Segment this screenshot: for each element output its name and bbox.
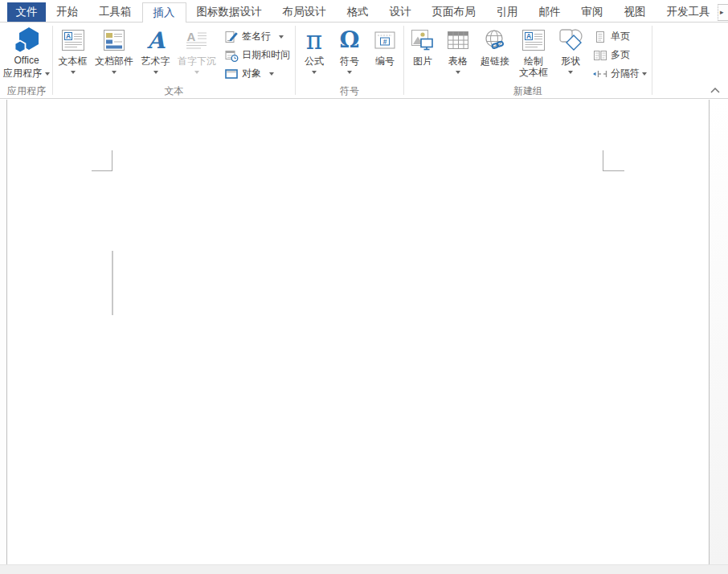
symbol-omega-icon: Ω	[340, 27, 360, 53]
office-apps-label-line1: Office	[14, 55, 39, 66]
margin-crop-mark-topleft	[92, 170, 112, 171]
wordart-icon: A	[145, 27, 167, 53]
numbering-button[interactable]: # 编号	[367, 26, 403, 85]
draw-textbox-button[interactable]: A 绘制 文本框	[514, 26, 553, 85]
ribbon-group-symbols: π 公式 Ω 符号 #	[297, 23, 403, 98]
ribbon-group-new: 图片 表格	[405, 23, 651, 98]
tab-references[interactable]: 引用	[486, 2, 529, 22]
text-cursor	[112, 251, 113, 315]
dropdown-arrow-icon	[112, 71, 117, 74]
scrollbar-track[interactable]	[710, 100, 728, 564]
hyperlink-icon	[483, 27, 507, 53]
chevron-up-icon	[710, 88, 720, 93]
textbox-icon: A	[61, 27, 85, 53]
signature-line-icon	[224, 31, 239, 43]
dropcap-icon: A	[185, 27, 209, 53]
dropdown-arrow-icon	[71, 71, 76, 74]
ribbon-group-text: A 文本框	[54, 23, 294, 98]
dropdown-arrow-icon	[642, 72, 647, 76]
quickparts-button[interactable]: 文档部件	[92, 26, 137, 85]
hyperlink-button[interactable]: 超链接	[476, 26, 514, 85]
numbering-icon: #	[374, 27, 396, 53]
table-icon	[447, 27, 469, 53]
group-separator	[652, 26, 652, 95]
tab-icon-data-design[interactable]: 图标数据设计	[186, 2, 272, 22]
group-label-text: 文本	[54, 85, 294, 98]
single-page-icon	[593, 31, 607, 43]
object-icon	[224, 68, 239, 80]
equation-pi-icon: π	[306, 27, 322, 53]
tab-page-layout[interactable]: 页面布局	[422, 2, 486, 22]
ribbon-tab-bar: 文件 开始 工具箱 插入 图标数据设计 布局设计 格式 设计 页面布局 引用 邮…	[0, 0, 728, 23]
multi-page-button[interactable]: 多页	[593, 48, 647, 62]
document-left-margin-strip	[0, 100, 6, 564]
draw-textbox-icon: A	[521, 27, 546, 53]
group-separator	[403, 26, 404, 95]
shapes-icon	[558, 27, 583, 53]
date-time-icon	[224, 49, 239, 62]
dropdown-arrow-icon	[279, 35, 284, 39]
table-button[interactable]: 表格	[440, 26, 476, 85]
signature-line-button[interactable]: 签名行	[224, 30, 290, 43]
svg-text:#: #	[383, 38, 387, 46]
picture-icon	[411, 27, 435, 53]
dropdown-arrow-icon	[153, 71, 158, 74]
office-apps-icon	[12, 27, 41, 53]
ribbon-group-apps: Office 应用程序 应用程序	[2, 23, 51, 98]
office-apps-button[interactable]: Office 应用程序	[2, 26, 51, 85]
shapes-button[interactable]: 形状	[553, 26, 588, 85]
margin-crop-mark-topright	[603, 150, 603, 170]
group-label-symbols: 符号	[297, 85, 403, 98]
tab-home[interactable]: 开始	[46, 2, 88, 22]
group-separator	[52, 26, 53, 95]
tab-file[interactable]: 文件	[7, 2, 46, 22]
dropdown-arrow-icon	[45, 72, 50, 76]
dropdown-arrow-icon	[347, 71, 352, 74]
date-time-button[interactable]: 日期和时间	[224, 48, 290, 62]
symbol-button[interactable]: Ω 符号	[332, 26, 367, 85]
object-button[interactable]: 对象	[224, 67, 290, 80]
tab-insert[interactable]: 插入	[142, 2, 186, 23]
tab-toolbox[interactable]: 工具箱	[88, 2, 142, 22]
quickparts-icon	[103, 27, 125, 53]
tab-layout-design[interactable]: 布局设计	[272, 2, 337, 22]
picture-button[interactable]: 图片	[405, 26, 440, 85]
right-arrow-icon: ▸	[718, 9, 724, 16]
dropdown-arrow-icon	[312, 71, 317, 74]
dropdown-arrow-icon	[269, 72, 274, 76]
collapse-ribbon-button[interactable]	[709, 85, 722, 95]
margin-crop-mark-topright	[603, 170, 624, 171]
group-label-new: 新建组	[405, 85, 651, 98]
svg-text:A: A	[65, 32, 70, 40]
tab-design[interactable]: 设计	[379, 2, 422, 22]
tab-format[interactable]: 格式	[337, 2, 379, 22]
dropdown-arrow-icon	[456, 71, 460, 74]
page-break-icon	[593, 68, 607, 80]
equation-button[interactable]: π 公式	[297, 26, 332, 85]
tab-mailings[interactable]: 邮件	[529, 2, 571, 22]
single-page-button[interactable]: 单页	[593, 30, 647, 43]
dropcap-button: A 首字下沉	[174, 26, 219, 85]
breaks-button[interactable]: 分隔符	[593, 67, 647, 80]
tab-review[interactable]: 审阅	[571, 2, 614, 22]
dropdown-arrow-icon	[568, 71, 573, 74]
dropdown-arrow-icon	[194, 71, 199, 74]
office-apps-label-line2: 应用程序	[3, 68, 50, 79]
svg-text:A: A	[187, 30, 196, 43]
group-label-apps: 应用程序	[2, 85, 51, 98]
tab-developer[interactable]: 开发工具	[656, 2, 721, 22]
wordart-button[interactable]: A 艺术字	[137, 26, 174, 85]
group-separator	[295, 26, 296, 95]
word-window: 文件 开始 工具箱 插入 图标数据设计 布局设计 格式 设计 页面布局 引用 邮…	[0, 0, 728, 574]
svg-text:A: A	[526, 32, 531, 40]
tab-scroll-more-button[interactable]: ▸	[718, 4, 728, 21]
margin-crop-mark-topleft	[112, 150, 112, 170]
multi-page-icon	[593, 49, 607, 62]
status-bar	[0, 564, 728, 574]
document-area	[0, 100, 728, 574]
ribbon: Office 应用程序 应用程序 A	[0, 23, 728, 99]
tab-view[interactable]: 视图	[614, 2, 656, 22]
textbox-button[interactable]: A 文本框	[54, 26, 92, 85]
svg-text:A: A	[146, 28, 166, 52]
